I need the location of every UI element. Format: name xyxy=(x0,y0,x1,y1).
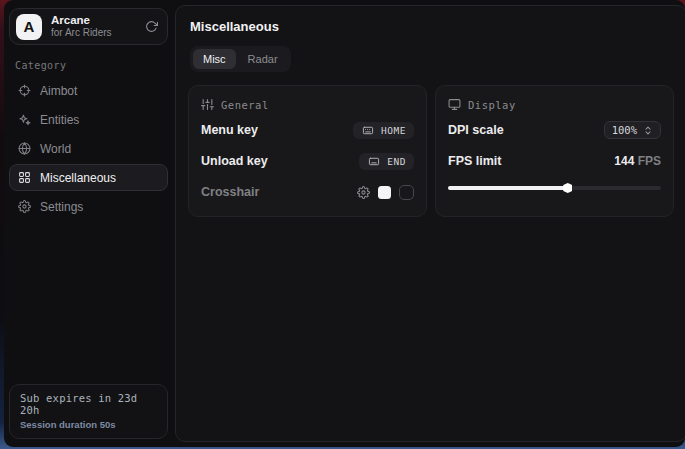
general-card-title: General xyxy=(221,99,269,111)
menu-key-value: HOME xyxy=(381,125,406,136)
fps-limit-value: 144 FPS xyxy=(614,154,661,168)
crosshair-label: Crosshair xyxy=(201,185,259,199)
sub-expires-text: Sub expires in 23d 20h xyxy=(20,392,157,416)
unload-key-row: Unload key END xyxy=(201,149,414,173)
crosshair-controls xyxy=(357,185,414,200)
general-card-header: General xyxy=(201,98,414,111)
unload-key-label: Unload key xyxy=(201,154,268,168)
brand-text: Arcane for Arc Riders xyxy=(51,14,136,39)
sidebar-item-aimbot[interactable]: Aimbot xyxy=(9,77,168,104)
monitor-icon xyxy=(448,98,461,111)
dpi-scale-select[interactable]: 100% xyxy=(604,121,661,139)
unload-key-bind-button[interactable]: END xyxy=(359,153,414,170)
slider-thumb[interactable] xyxy=(563,183,572,193)
crosshair-icon xyxy=(18,84,31,97)
sidebar-item-entities[interactable]: Entities xyxy=(9,106,168,133)
gear-icon xyxy=(18,200,31,213)
fps-limit-slider[interactable] xyxy=(448,181,661,195)
session-duration-text: Session duration 50s xyxy=(20,419,157,430)
app-subtitle: for Arc Riders xyxy=(51,27,136,39)
sidebar-spacer xyxy=(9,220,168,384)
subscription-card: Sub expires in 23d 20h Session duration … xyxy=(9,384,168,439)
fps-limit-label: FPS limit xyxy=(448,154,501,168)
sparkles-icon xyxy=(18,113,31,126)
dpi-scale-label: DPI scale xyxy=(448,123,504,137)
grid-icon xyxy=(18,171,31,184)
general-card: General Menu key HOME Unload key xyxy=(188,85,427,217)
fps-limit-row: FPS limit 144 FPS xyxy=(448,149,661,173)
fps-unit: FPS xyxy=(638,154,661,168)
app-window: A Arcane for Arc Riders Category Aimbot xyxy=(4,0,685,447)
keyboard-icon xyxy=(361,125,375,136)
sidebar-item-label: World xyxy=(40,142,71,156)
slider-fill xyxy=(448,186,567,190)
dpi-scale-row: DPI scale 100% xyxy=(448,118,661,142)
sliders-icon xyxy=(201,98,214,111)
refresh-icon[interactable] xyxy=(145,20,158,33)
app-logo: A xyxy=(16,14,42,40)
tab-misc[interactable]: Misc xyxy=(193,49,236,69)
sidebar: A Arcane for Arc Riders Category Aimbot xyxy=(4,0,175,447)
crosshair-settings-gear-icon[interactable] xyxy=(357,186,370,199)
display-card: Display DPI scale 100% FPS limit 144 xyxy=(435,85,674,217)
dpi-scale-value: 100% xyxy=(612,124,637,136)
sidebar-item-label: Aimbot xyxy=(40,84,77,98)
chevrons-up-down-icon xyxy=(643,125,653,136)
sidebar-item-label: Entities xyxy=(40,113,79,127)
tab-radar[interactable]: Radar xyxy=(238,49,288,69)
fps-number: 144 xyxy=(614,154,634,168)
cards-row: General Menu key HOME Unload key xyxy=(188,85,674,217)
app-title: Arcane xyxy=(51,14,136,27)
menu-key-bind-button[interactable]: HOME xyxy=(353,122,414,139)
menu-key-label: Menu key xyxy=(201,123,258,137)
category-label: Category xyxy=(15,60,168,71)
tab-bar: Misc Radar xyxy=(190,46,291,72)
brand-card: A Arcane for Arc Riders xyxy=(9,8,168,45)
crosshair-color-swatch[interactable] xyxy=(378,186,391,199)
keyboard-icon xyxy=(367,156,381,167)
display-card-title: Display xyxy=(468,99,516,111)
sidebar-item-miscellaneous[interactable]: Miscellaneous xyxy=(9,164,168,191)
sidebar-nav: Aimbot Entities World Miscellaneous xyxy=(9,77,168,220)
menu-key-row: Menu key HOME xyxy=(201,118,414,142)
globe-icon xyxy=(18,142,31,155)
main-panel: Miscellaneous Misc Radar General Menu ke… xyxy=(175,5,685,442)
crosshair-checkbox[interactable] xyxy=(399,185,414,200)
sidebar-item-label: Miscellaneous xyxy=(40,171,116,185)
page-title: Miscellaneous xyxy=(190,19,674,34)
sidebar-item-settings[interactable]: Settings xyxy=(9,193,168,220)
sidebar-item-label: Settings xyxy=(40,200,83,214)
display-card-header: Display xyxy=(448,98,661,111)
crosshair-row: Crosshair xyxy=(201,180,414,204)
sidebar-item-world[interactable]: World xyxy=(9,135,168,162)
unload-key-value: END xyxy=(387,156,406,167)
